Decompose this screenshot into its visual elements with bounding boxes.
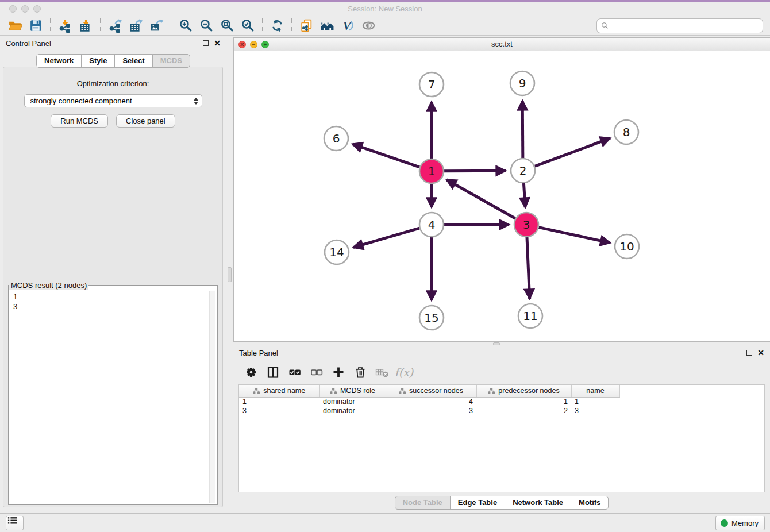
deselect-all-button[interactable] — [307, 363, 326, 381]
zoom-fit-button[interactable] — [217, 17, 237, 34]
column-header-shared-name[interactable]: shared name — [239, 385, 319, 397]
graph-node-11[interactable]: 11 — [518, 304, 542, 328]
import-table-button[interactable] — [75, 17, 96, 34]
table-settings-button[interactable] — [241, 363, 261, 381]
graph-node-15[interactable]: 15 — [419, 306, 444, 330]
graph-edge-1-2[interactable] — [444, 171, 506, 171]
network-graph[interactable]: 7968124314101511 — [234, 51, 770, 341]
graph-edge-3-11[interactable] — [527, 237, 530, 299]
column-header-successor-nodes[interactable]: successor nodes — [386, 385, 476, 397]
refresh-button[interactable] — [267, 17, 287, 34]
table-cell[interactable]: 3 — [239, 406, 319, 415]
splitter-handle[interactable] — [493, 342, 500, 345]
table-cell[interactable]: 4 — [386, 397, 476, 406]
graph-edge-1-6[interactable] — [352, 144, 419, 167]
graph-node-9[interactable]: 9 — [510, 71, 534, 95]
maximize-window-button[interactable] — [33, 5, 41, 13]
graph-node-1[interactable]: 1 — [419, 159, 444, 183]
tab-node-table[interactable]: Node Table — [395, 496, 451, 510]
minimize-window-button[interactable] — [21, 5, 29, 13]
zoom-out-button[interactable] — [196, 17, 217, 34]
network-maximize-button[interactable]: + — [261, 41, 269, 48]
result-scrollbar[interactable] — [209, 291, 215, 503]
graph-node-7[interactable]: 7 — [419, 72, 444, 97]
graph-node-3[interactable]: 3 — [514, 213, 538, 237]
export-image-button[interactable] — [146, 17, 167, 34]
splitter-handle[interactable] — [228, 267, 232, 282]
export-network-button[interactable] — [105, 17, 125, 34]
mcds-result-textarea[interactable]: 1 3 — [10, 291, 215, 503]
column-header-name[interactable]: name — [571, 385, 619, 397]
tab-motifs[interactable]: Motifs — [571, 496, 609, 510]
graph-node-8[interactable]: 8 — [614, 120, 638, 144]
float-panel-icon[interactable] — [203, 40, 209, 46]
vertical-splitter[interactable] — [226, 36, 233, 513]
graph-node-14[interactable]: 14 — [325, 240, 349, 264]
open-file-button[interactable] — [5, 17, 25, 34]
svg-text:6: 6 — [333, 132, 340, 145]
close-window-button[interactable] — [9, 5, 17, 13]
graph-edge-2-3[interactable] — [523, 183, 525, 207]
table-cell[interactable]: 3 — [386, 406, 476, 415]
table-row[interactable]: 3dominator323 — [239, 406, 619, 415]
column-header-predecessor-nodes[interactable]: predecessor nodes — [476, 385, 571, 397]
vizmapper-button[interactable]: V — [337, 17, 358, 34]
save-session-button[interactable] — [25, 17, 46, 34]
graph-edge-4-14[interactable] — [353, 228, 419, 247]
delete-column-button[interactable] — [351, 363, 370, 381]
home-button[interactable] — [317, 17, 337, 34]
graph-edge-3-10[interactable] — [538, 228, 610, 243]
import-network-button[interactable] — [55, 17, 75, 34]
tab-network-table[interactable]: Network Table — [505, 496, 571, 510]
network-close-button[interactable]: ✕ — [238, 41, 246, 48]
eye-icon — [361, 18, 376, 33]
network-minimize-button[interactable]: − — [250, 41, 257, 48]
tab-style[interactable]: Style — [81, 54, 115, 68]
graph-node-4[interactable]: 4 — [419, 213, 444, 237]
list-icon — [7, 516, 22, 530]
tab-network[interactable]: Network — [36, 54, 82, 68]
memory-label: Memory — [732, 519, 759, 527]
network-title: scc.txt — [234, 38, 770, 51]
select-all-button[interactable] — [285, 363, 305, 381]
column-layout-button[interactable] — [263, 363, 283, 381]
close-panel-button[interactable]: Close panel — [116, 114, 175, 128]
float-panel-icon[interactable] — [746, 350, 752, 356]
column-header-MCDS-role[interactable]: MCDS role — [319, 385, 386, 397]
zoom-selected-button[interactable] — [237, 17, 258, 34]
memory-button[interactable]: Memory — [715, 516, 765, 530]
table-cell[interactable]: 1 — [571, 397, 619, 406]
search-input[interactable] — [610, 22, 759, 30]
horizontal-splitter[interactable] — [233, 342, 770, 345]
close-panel-icon[interactable]: ✕ — [214, 40, 221, 46]
add-column-button[interactable] — [329, 363, 348, 381]
table-cell[interactable]: dominator — [319, 406, 386, 415]
run-mcds-button[interactable]: Run MCDS — [51, 114, 108, 128]
tab-select[interactable]: Select — [114, 54, 152, 68]
hide-panel-button[interactable] — [358, 17, 379, 34]
tab-edge-table[interactable]: Edge Table — [450, 496, 505, 510]
table-cell[interactable]: 1 — [476, 397, 571, 406]
export-table-button[interactable] — [125, 17, 146, 34]
show-panels-button[interactable] — [6, 516, 24, 530]
graph-edge-3-1[interactable] — [446, 180, 515, 218]
table-row[interactable]: 1dominator411 — [239, 397, 619, 406]
graph-node-2[interactable]: 2 — [511, 159, 535, 183]
table-cell[interactable]: 2 — [476, 406, 571, 415]
graph-edge-2-9[interactable] — [522, 101, 523, 158]
optimization-select[interactable]: strongly connected component — [24, 94, 202, 107]
copy-view-button[interactable] — [296, 17, 317, 34]
graph-node-6[interactable]: 6 — [324, 126, 348, 151]
graph-edge-2-8[interactable] — [535, 138, 610, 166]
zoom-in-button[interactable] — [175, 17, 196, 34]
graph-node-10[interactable]: 10 — [615, 234, 639, 259]
network-window-titlebar[interactable]: ✕ − + scc.txt — [234, 38, 770, 51]
svg-text:9: 9 — [519, 76, 526, 90]
close-panel-icon[interactable]: ✕ — [757, 350, 764, 356]
table-cell[interactable]: 3 — [571, 406, 619, 415]
network-canvas[interactable]: 7968124314101511 — [234, 51, 770, 341]
table-cell[interactable]: dominator — [319, 397, 386, 406]
tab-mcds[interactable]: MCDS — [152, 54, 190, 68]
svg-text:4: 4 — [428, 218, 436, 232]
table-cell[interactable]: 1 — [239, 397, 319, 406]
